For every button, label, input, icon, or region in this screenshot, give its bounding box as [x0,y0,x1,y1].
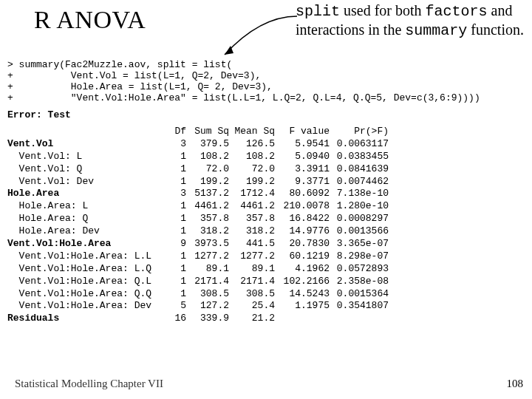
cell-fvalue: 9.3771 [275,176,330,188]
table-row: Hole.Area35137.21712.480.60927.138e-10 [7,188,389,200]
cell-meansq: 318.2 [229,225,275,238]
code-line-3: + Hole.Area = list(L=1, Q= 2, Dev=3), [7,81,273,92]
cell-fvalue: 210.0078 [275,200,330,213]
table-row: Vent.Vol3379.5126.55.95410.0063117 [7,138,389,151]
cell-df: 1 [167,200,186,213]
cell-label: Vent.Vol:Hole.Area [7,238,167,250]
page-number: 108 [507,378,524,390]
cell-sumsq: 89.1 [186,263,229,276]
annotation-txt-3: function. [467,21,524,38]
cell-label: Vent.Vol: L [7,151,167,163]
cell-label: Vent.Vol: Q [7,163,167,176]
cell-sumsq: 3973.5 [186,238,229,250]
cell-label: Vent.Vol:Hole.Area: Q.Q [7,288,167,301]
table-row: Vent.Vol:Hole.Area93973.5441.520.78303.3… [7,238,389,250]
cell-prf: 3.365e-07 [330,238,389,250]
cell-label: Hole.Area: Q [7,213,167,225]
cell-label: Hole.Area: Dev [7,225,167,238]
cell-label: Vent.Vol:Hole.Area: Q.L [7,276,167,288]
cell-meansq: 441.5 [229,238,275,250]
cell-prf [330,313,389,325]
cell-meansq: 108.2 [229,151,275,163]
table-row: Vent.Vol:Hole.Area: Q.Q1308.5308.514.524… [7,288,389,301]
cell-df: 1 [167,163,186,176]
annotation-mono-factors: factors [426,3,488,20]
error-line: Error: Test [7,109,71,120]
cell-df: 16 [167,313,186,325]
cell-df: 1 [167,225,186,238]
cell-df: 9 [167,238,186,250]
cell-df: 5 [167,300,186,313]
cell-df: 3 [167,188,186,200]
cell-df: 1 [167,276,186,288]
table-row: Residuals16339.921.2 [7,313,389,325]
cell-meansq: 199.2 [229,176,275,188]
cell-meansq: 308.5 [229,288,275,301]
table-row: Vent.Vol: Q172.072.03.39110.0841639 [7,163,389,176]
cell-prf: 0.0841639 [330,163,389,176]
table-row: Hole.Area: Q1357.8357.816.84220.0008297 [7,213,389,225]
cell-prf: 0.0074462 [330,176,389,188]
cell-df: 1 [167,288,186,301]
cell-meansq: 72.0 [229,163,275,176]
slide-title: R ANOVA [34,6,146,34]
code-line-2: + Vent.Vol = list(L=1, Q=2, Dev=3), [7,70,261,81]
cell-fvalue: 5.9541 [275,138,330,151]
cell-fvalue: 14.5243 [275,288,330,301]
hdr-fvalue: F value [275,126,330,138]
cell-sumsq: 108.2 [186,151,229,163]
cell-fvalue: 3.3911 [275,163,330,176]
cell-label: Vent.Vol: Dev [7,176,167,188]
table-row: Vent.Vol:Hole.Area: L.L11277.21277.260.1… [7,250,389,263]
annotation-mono-summary: summary [405,22,467,39]
cell-sumsq: 127.2 [186,300,229,313]
cell-sumsq: 5137.2 [186,188,229,200]
cell-df: 1 [167,176,186,188]
cell-sumsq: 199.2 [186,176,229,188]
cell-prf: 2.358e-08 [330,276,389,288]
cell-meansq: 1277.2 [229,250,275,263]
cell-meansq: 126.5 [229,138,275,151]
cell-prf: 0.0383455 [330,151,389,163]
cell-label: Hole.Area: L [7,200,167,213]
hdr-sumsq: Sum Sq [186,126,229,138]
hdr-prf: Pr(>F) [330,126,389,138]
cell-meansq: 1712.4 [229,188,275,200]
table-row: Vent.Vol:Hole.Area: Dev5127.225.41.19750… [7,300,389,313]
cell-prf: 1.280e-10 [330,200,389,213]
anova-table: Df Sum Sq Mean Sq F value Pr(>F) Vent.Vo… [7,126,389,325]
code-line-4: + "Vent.Vol:Hole.Area" = list(L.L=1, L.Q… [7,92,480,103]
cell-fvalue: 102.2166 [275,276,330,288]
cell-sumsq: 357.8 [186,213,229,225]
cell-sumsq: 1277.2 [186,250,229,263]
table-row: Hole.Area: Dev1318.2318.214.97760.001356… [7,225,389,238]
cell-df: 1 [167,151,186,163]
cell-prf: 7.138e-10 [330,188,389,200]
table-row: Vent.Vol: Dev1199.2199.29.37710.0074462 [7,176,389,188]
hdr-df: Df [167,126,186,138]
r-code-block: > summary(Fac2Muzzle.aov, split = list( … [7,49,480,104]
cell-df: 1 [167,213,186,225]
annotation-text: split used for both factors and interact… [296,1,525,40]
cell-prf: 0.3541807 [330,300,389,313]
cell-fvalue: 5.0940 [275,151,330,163]
cell-label: Vent.Vol:Hole.Area: L.L [7,250,167,263]
table-row: Vent.Vol:Hole.Area: L.Q189.189.14.19620.… [7,263,389,276]
cell-sumsq: 318.2 [186,225,229,238]
table-row: Vent.Vol:Hole.Area: Q.L12171.42171.4102.… [7,276,389,288]
cell-sumsq: 4461.2 [186,200,229,213]
annotation-txt-1: used for both [340,2,426,18]
hdr-blank [7,126,167,138]
cell-label: Vent.Vol:Hole.Area: Dev [7,300,167,313]
cell-label: Residuals [7,313,167,325]
cell-prf: 0.0572893 [330,263,389,276]
cell-meansq: 89.1 [229,263,275,276]
table-header-row: Df Sum Sq Mean Sq F value Pr(>F) [7,126,389,138]
cell-sumsq: 308.5 [186,288,229,301]
cell-meansq: 4461.2 [229,200,275,213]
cell-prf: 0.0063117 [330,138,389,151]
cell-prf: 8.298e-07 [330,250,389,263]
cell-meansq: 357.8 [229,213,275,225]
cell-prf: 0.0015364 [330,288,389,301]
cell-sumsq: 379.5 [186,138,229,151]
